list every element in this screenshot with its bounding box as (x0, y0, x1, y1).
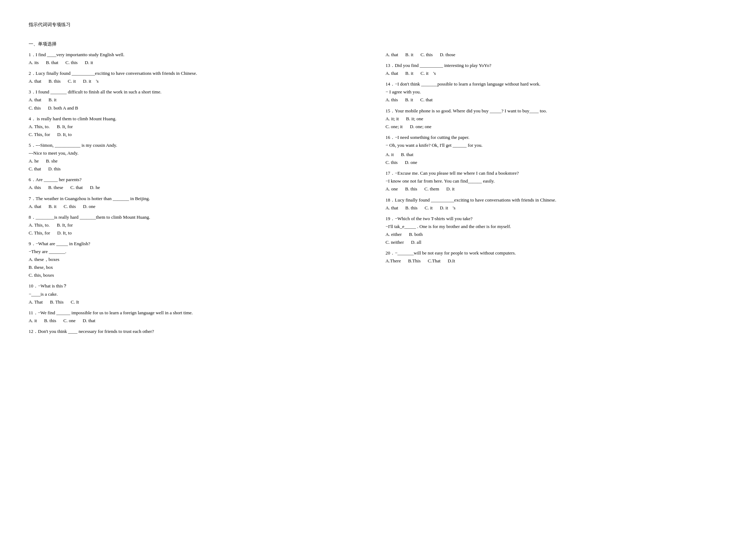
question-9: 9．−What are _____ in English? −They are … (29, 240, 364, 279)
question-17: 17．−Excuse me. Can you please tell me wh… (386, 169, 721, 193)
question-13: 13．Did you find __________ interesting t… (386, 62, 721, 77)
question-2: 2．Lucy finally found __________exciting … (29, 69, 364, 85)
question-18: 18．Lucy finally found __________exciting… (386, 196, 721, 212)
question-5: 5．---Simon, ___________ is my cousin And… (29, 141, 364, 173)
question-3: 3．I found _______ difficult to finish al… (29, 88, 364, 112)
question-15: 15．Your mobile phone is so good. Where d… (386, 107, 721, 131)
section-title: 一、单项选择 (29, 41, 727, 47)
question-4: 4． is really hard them to climb Mount Hu… (29, 115, 364, 139)
left-column: 1．I find ____very importantto study Engl… (29, 51, 364, 338)
question-11: 11．−We find ______ impossible for us to … (29, 309, 364, 325)
right-column: A. that B. it C. this D. those 13．Did yo… (386, 51, 721, 338)
page-title: 指示代词词专项练习 (29, 21, 727, 28)
question-7: 7．The weather in Guangzhou is hotter tha… (29, 195, 364, 210)
question-19: 19．−Which of the two T-shirts will you t… (386, 215, 721, 246)
question-14: 14．−I don't think _______possible to lea… (386, 80, 721, 104)
question-8: 8．________is really hard _______them to … (29, 213, 364, 237)
question-12-options: A. that B. it C. this D. those (386, 51, 721, 59)
question-10: 10．−What is this？ −____is a cake. A. Tha… (29, 282, 364, 306)
question-16: 16．−I need something for cutting the pap… (386, 134, 721, 166)
question-12: 12．Don't you think ____ necessary for fr… (29, 328, 364, 335)
question-1: 1．I find ____very importantto study Engl… (29, 51, 364, 67)
question-6: 6．Are ______ her parents? A. this B. the… (29, 176, 364, 192)
question-20: 20．−_______will be not easy for people t… (386, 249, 721, 265)
